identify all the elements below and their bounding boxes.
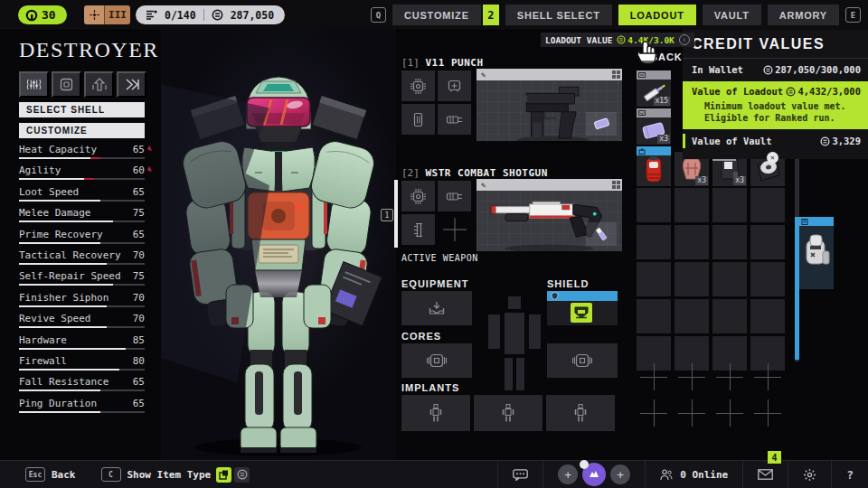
- backpack-expand-slot[interactable]: [675, 396, 709, 430]
- value-toggle-off[interactable]: [234, 467, 250, 483]
- close-icon[interactable]: ✕: [767, 152, 778, 164]
- weapon2-preview-card[interactable]: ✎: [476, 179, 622, 251]
- backpack-empty-cell[interactable]: [712, 299, 747, 333]
- stat-revive-speed[interactable]: Revive Speed70◣: [19, 313, 145, 333]
- backpack-expand-slot[interactable]: [637, 360, 671, 394]
- backpack-expand-slot[interactable]: [675, 360, 709, 394]
- tab-armory[interactable]: ARMORY: [768, 5, 839, 25]
- shells-icon: [412, 222, 425, 238]
- backpack-expand-slot[interactable]: [750, 396, 785, 430]
- backpack-expand-slot[interactable]: [712, 360, 747, 394]
- equipment-slot[interactable]: [401, 291, 472, 325]
- backpack-empty-cell[interactable]: [675, 225, 709, 259]
- skip-icon-button[interactable]: [117, 71, 146, 98]
- weapon1-magazine-slot[interactable]: [401, 104, 435, 135]
- chat-cell[interactable]: [497, 461, 542, 488]
- backpack-empty-cell[interactable]: [712, 188, 747, 222]
- backpack-empty-cell[interactable]: [675, 299, 709, 333]
- backpack-scrollbar-thumb[interactable]: [795, 217, 799, 360]
- weapon1-sight-slot[interactable]: [438, 70, 471, 101]
- backpack-item-medkit[interactable]: [637, 146, 671, 186]
- backpack-empty-cell[interactable]: [637, 188, 671, 222]
- backpack-expand-slot[interactable]: [637, 396, 671, 430]
- backpack-empty-cell[interactable]: [637, 299, 671, 333]
- tab-loadout[interactable]: LOADOUT: [618, 5, 696, 25]
- credit-icon: [212, 9, 223, 21]
- backpack-expand-slot[interactable]: [750, 360, 785, 394]
- customize-count-badge: 2: [483, 5, 499, 25]
- core-slot-2[interactable]: [547, 343, 618, 378]
- settings-cell[interactable]: [788, 461, 831, 488]
- mail-cell[interactable]: [742, 461, 788, 488]
- value-of-vault-row: Value of Vault 3,329: [683, 130, 868, 152]
- select-shell-button[interactable]: SELECT SHELL: [19, 102, 145, 117]
- weapon2-muzzle-slot[interactable]: [438, 181, 471, 211]
- shotgun-ammo-chip[interactable]: [586, 222, 617, 246]
- resources-badge[interactable]: 0/140 287,050: [136, 5, 285, 24]
- implant-slot-3[interactable]: [546, 395, 615, 431]
- backpack-item-pouch[interactable]: x3: [637, 108, 671, 145]
- level-badge[interactable]: 30: [18, 5, 67, 24]
- backpack-empty-cell[interactable]: [750, 225, 785, 259]
- core-slot-1[interactable]: [401, 343, 472, 378]
- stat-firewall[interactable]: Firewall80◣: [19, 355, 145, 376]
- credit-icon: [617, 35, 626, 44]
- shield-slot[interactable]: [547, 291, 618, 325]
- backpack-empty-cell[interactable]: [750, 299, 785, 333]
- stat-heat-capacity[interactable]: Heat Capacity65◣: [19, 144, 145, 164]
- stat-tactical-recovery[interactable]: Tactical Recovery70◣: [19, 249, 145, 270]
- stat-finisher-siphon[interactable]: Finisher Siphon70◣: [19, 292, 145, 313]
- tab-vault[interactable]: VAULT: [703, 5, 761, 25]
- implant-slot-2[interactable]: [474, 395, 542, 431]
- stat-agility[interactable]: Agility60◣: [19, 164, 145, 185]
- weapon1-muzzle-slot[interactable]: [438, 104, 471, 135]
- pistol-ammo-chip[interactable]: [586, 112, 617, 136]
- add-party-slot-button[interactable]: +: [558, 465, 578, 484]
- upgrade-icon-button[interactable]: [84, 71, 114, 98]
- backpack-expand-slot[interactable]: [712, 396, 747, 430]
- crosshair-icon: [84, 5, 105, 24]
- implant-slot-1[interactable]: [401, 395, 470, 431]
- tab-customize[interactable]: CUSTOMIZE: [392, 5, 481, 25]
- character-viewport[interactable]: [161, 30, 396, 461]
- online-count: 0 Online: [680, 469, 728, 481]
- tab-shell-select[interactable]: SHELL SELECT: [505, 5, 612, 25]
- backpack-empty-cell[interactable]: [637, 262, 671, 296]
- back-button[interactable]: Back: [52, 469, 76, 481]
- shell-icon-button[interactable]: [52, 71, 81, 98]
- hand-cursor: [635, 40, 658, 65]
- info-icon[interactable]: i: [679, 34, 690, 45]
- item-count: x15: [654, 97, 670, 106]
- show-item-type-button[interactable]: Show Item Type: [127, 469, 212, 481]
- medkit-icon: [637, 156, 671, 185]
- online-cell[interactable]: 0 Online: [645, 461, 742, 488]
- backpack-item-syringe[interactable]: x15: [637, 70, 671, 107]
- stat-fall-resistance[interactable]: Fall Resistance65◣: [19, 376, 145, 397]
- backpack-empty-cell[interactable]: [750, 262, 785, 296]
- help-cell[interactable]: ?: [831, 461, 868, 488]
- backpack-empty-cell[interactable]: [637, 225, 671, 259]
- backpack-item-selected-module[interactable]: [799, 217, 834, 289]
- prestige-badge[interactable]: III: [84, 5, 130, 24]
- backpack-empty-cell[interactable]: [750, 188, 785, 222]
- weapon1-chip-slot[interactable]: [401, 70, 435, 101]
- weapon2-shells-slot[interactable]: [401, 214, 435, 245]
- item-type-toggle-on[interactable]: [216, 467, 231, 483]
- backpack-empty-cell[interactable]: [712, 262, 747, 296]
- player-avatar[interactable]: [582, 463, 606, 486]
- backpack-empty-cell[interactable]: [712, 225, 747, 259]
- backpack-empty-cell[interactable]: [675, 188, 709, 222]
- backpack-empty-cell[interactable]: [675, 262, 709, 296]
- stat-prime-recovery[interactable]: Prime Recovery65◣: [19, 229, 145, 249]
- weapon1-preview-card[interactable]: ✎: [476, 69, 622, 141]
- stat-hardware[interactable]: Hardware85◣: [19, 334, 145, 355]
- add-party-slot-button[interactable]: +: [610, 465, 630, 484]
- stat-ping-duration[interactable]: Ping Duration65◣: [19, 398, 145, 418]
- tune-icon-button[interactable]: [19, 71, 49, 98]
- stat-self-repair-speed[interactable]: Self-Repair Speed75◣: [19, 270, 145, 291]
- customize-button[interactable]: CUSTOMIZE: [19, 123, 145, 138]
- stat-melee-damage[interactable]: Melee Damage75◣: [19, 207, 145, 228]
- weapon2-chip-slot[interactable]: [401, 181, 435, 211]
- weapon2-empty-slot[interactable]: [438, 214, 471, 245]
- stat-loot-speed[interactable]: Loot Speed65◣: [19, 186, 145, 207]
